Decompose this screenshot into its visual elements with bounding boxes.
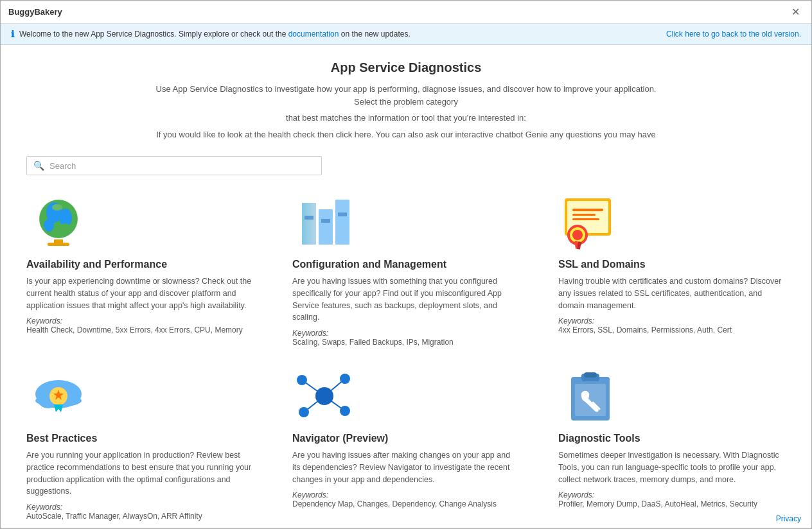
card-configuration[interactable]: Configuration and Management Are you hav… <box>292 193 520 347</box>
search-input[interactable] <box>49 161 315 171</box>
card-keywords-availability: Health Check, Downtime, 5xx Errors, 4xx … <box>26 325 254 334</box>
health-check-link[interactable]: click here <box>336 130 371 139</box>
page-title: App Service Diagnostics <box>26 60 786 75</box>
header-section: App Service Diagnostics Use App Service … <box>26 60 786 141</box>
card-keywords-diagnostictools: Profiler, Memory Dump, DaaS, AutoHeal, M… <box>558 499 786 508</box>
card-keywords-label-diagnostictools: Keywords: <box>558 490 786 499</box>
card-keywords-navigator: Dependency Map, Changes, Dependency, Cha… <box>292 499 520 508</box>
card-icon-certificate <box>558 193 622 251</box>
card-desc-configuration: Are you having issues with something tha… <box>292 275 520 324</box>
card-title-availability: Availability and Performance <box>26 259 254 270</box>
svg-point-7 <box>52 204 62 211</box>
card-title-navigator: Navigator (Preview) <box>292 433 520 444</box>
svg-point-37 <box>297 375 307 385</box>
svg-rect-11 <box>319 209 333 245</box>
search-container: 🔍 <box>26 156 786 175</box>
svg-point-41 <box>315 387 333 405</box>
svg-point-6 <box>59 223 71 234</box>
svg-point-38 <box>340 374 350 384</box>
card-navigator[interactable]: Navigator (Preview) Are you having issue… <box>292 367 520 521</box>
card-keywords-bestpractices: AutoScale, Traffic Manager, AlwaysOn, AR… <box>26 512 254 521</box>
footer: Privacy <box>776 514 801 523</box>
svg-point-39 <box>299 407 309 417</box>
window-title: BuggyBakery <box>8 7 62 17</box>
card-bestpractices[interactable]: Best Practices Are you running your appl… <box>26 367 254 521</box>
card-desc-ssl: Having trouble with certificates and cus… <box>558 275 786 311</box>
svg-rect-13 <box>304 216 313 220</box>
card-title-bestpractices: Best Practices <box>26 433 254 444</box>
card-keywords-configuration: Scaling, Swaps, Failed Backups, IPs, Mig… <box>292 338 520 347</box>
svg-rect-45 <box>575 384 606 416</box>
card-title-ssl: SSL and Domains <box>558 259 786 270</box>
search-box: 🔍 <box>26 156 322 175</box>
header-desc1: Use App Service Diagnostics to investiga… <box>149 83 663 108</box>
info-icon: ℹ <box>11 29 14 39</box>
card-keywords-label-configuration: Keywords: <box>292 329 520 338</box>
card-icon-network <box>292 367 357 425</box>
card-title-configuration: Configuration and Management <box>292 259 520 270</box>
card-icon-clipboard-tools <box>558 367 622 425</box>
svg-rect-20 <box>572 218 599 220</box>
close-button[interactable]: ✕ <box>788 6 804 19</box>
card-icon-bars <box>292 193 357 251</box>
card-ssl[interactable]: SSL and Domains Having trouble with cert… <box>558 193 786 347</box>
banner-text: Welcome to the new App Service Diagnosti… <box>19 30 410 39</box>
card-diagnostictools[interactable]: Diagnostic Tools Sometimes deeper invest… <box>558 367 786 521</box>
header-desc2: that best matches the information or too… <box>149 112 663 125</box>
card-keywords-label-ssl: Keywords: <box>558 317 786 325</box>
svg-marker-31 <box>54 404 63 412</box>
card-title-diagnostictools: Diagnostic Tools <box>558 433 786 444</box>
svg-point-40 <box>340 406 350 416</box>
header-desc3: If you would like to look at the health … <box>149 128 663 141</box>
cards-grid: Availability and Performance Is your app… <box>26 193 786 521</box>
search-icon: 🔍 <box>33 160 44 171</box>
svg-point-23 <box>572 230 583 240</box>
card-availability[interactable]: Availability and Performance Is your app… <box>26 193 254 347</box>
banner-left: ℹ Welcome to the new App Service Diagnos… <box>11 29 410 39</box>
svg-rect-19 <box>572 214 596 216</box>
card-desc-navigator: Are you having issues after making chang… <box>292 449 520 485</box>
svg-rect-1 <box>48 243 69 246</box>
svg-rect-10 <box>302 203 316 245</box>
card-desc-availability: Is your app experiencing downtime or slo… <box>26 275 254 311</box>
svg-rect-14 <box>321 219 330 223</box>
genie-link[interactable]: Genie <box>525 130 548 139</box>
card-keywords-ssl: 4xx Errors, SSL, Domains, Permissions, A… <box>558 325 786 334</box>
card-icon-globe <box>26 193 91 251</box>
banner-old-version-link[interactable]: Click here to go back to the old version… <box>666 30 801 39</box>
svg-rect-18 <box>572 209 603 211</box>
svg-rect-12 <box>335 200 349 245</box>
card-keywords-label-availability: Keywords: <box>26 317 254 325</box>
privacy-link[interactable]: Privacy <box>776 514 801 523</box>
main-content: App Service Diagnostics Use App Service … <box>1 45 811 527</box>
card-desc-bestpractices: Are you running your application in prod… <box>26 449 254 498</box>
info-banner: ℹ Welcome to the new App Service Diagnos… <box>1 24 811 45</box>
svg-point-5 <box>44 219 54 232</box>
title-bar: BuggyBakery ✕ <box>1 1 811 24</box>
card-icon-cloud-award <box>26 367 91 425</box>
svg-rect-15 <box>338 212 347 216</box>
card-keywords-label-navigator: Keywords: <box>292 490 520 499</box>
card-desc-diagnostictools: Sometimes deeper investigation is necess… <box>558 449 786 485</box>
card-keywords-label-bestpractices: Keywords: <box>26 503 254 512</box>
svg-rect-44 <box>584 372 597 377</box>
banner-doc-link[interactable]: documentation <box>288 30 339 39</box>
